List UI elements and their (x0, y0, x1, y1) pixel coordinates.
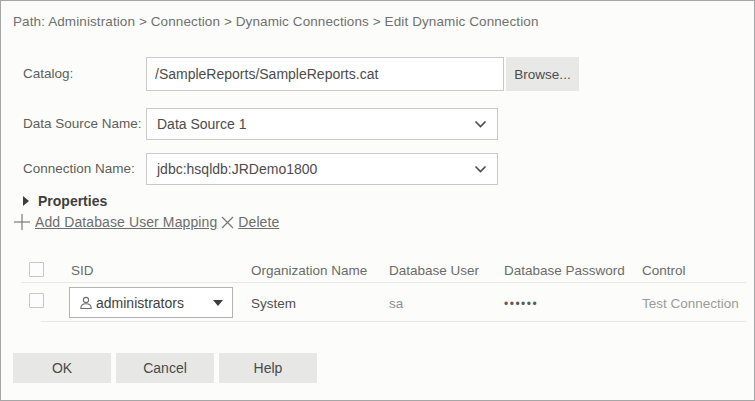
mapping-toolbar: Add Database User Mapping Delete (13, 213, 279, 231)
catalog-label: Catalog: (23, 67, 73, 81)
catalog-input[interactable] (146, 57, 504, 91)
help-button[interactable]: Help (219, 353, 317, 383)
database-user-cell: sa (389, 296, 403, 311)
browse-button[interactable]: Browse... (506, 57, 579, 91)
dropdown-arrow-icon (213, 300, 223, 306)
select-all-checkbox[interactable] (29, 262, 44, 277)
data-source-selected-value: Data Source 1 (157, 116, 247, 132)
row-select-checkbox[interactable] (29, 293, 44, 308)
column-header-database-user: Database User (389, 263, 479, 278)
column-header-control: Control (642, 263, 686, 278)
sid-dropdown[interactable]: administrators (69, 287, 233, 318)
triangle-right-icon (23, 196, 29, 206)
chevron-down-icon (474, 120, 487, 129)
delete-link[interactable]: Delete (238, 214, 279, 230)
add-database-user-mapping-link[interactable]: Add Database User Mapping (35, 214, 217, 230)
database-password-cell: •••••• (504, 297, 538, 311)
chevron-down-icon (474, 165, 487, 174)
header-divider (21, 282, 746, 283)
data-source-select[interactable]: Data Source 1 (146, 108, 498, 140)
user-icon (79, 296, 93, 310)
properties-section-toggle[interactable]: Properties (23, 193, 107, 209)
breadcrumb: Path: Administration > Connection > Dyna… (13, 14, 539, 29)
column-header-database-password: Database Password (504, 263, 625, 278)
test-connection-link[interactable]: Test Connection (642, 296, 739, 311)
connection-name-label: Connection Name: (23, 162, 135, 176)
properties-label: Properties (38, 193, 107, 209)
data-source-name-label: Data Source Name: (23, 117, 142, 131)
edit-dynamic-connection-page: Path: Administration > Connection > Dyna… (0, 0, 755, 401)
column-header-organization-name: Organization Name (251, 263, 367, 278)
add-icon[interactable] (13, 213, 31, 231)
connection-name-selected-value: jdbc:hsqldb:JRDemo1800 (157, 161, 317, 177)
delete-icon[interactable] (220, 215, 235, 230)
column-header-sid: SID (71, 263, 94, 278)
row-divider (41, 321, 746, 322)
sid-value: administrators (96, 295, 184, 311)
cancel-button[interactable]: Cancel (116, 353, 214, 383)
connection-name-select[interactable]: jdbc:hsqldb:JRDemo1800 (146, 153, 498, 185)
ok-button[interactable]: OK (13, 353, 111, 383)
organization-name-cell: System (251, 296, 296, 311)
